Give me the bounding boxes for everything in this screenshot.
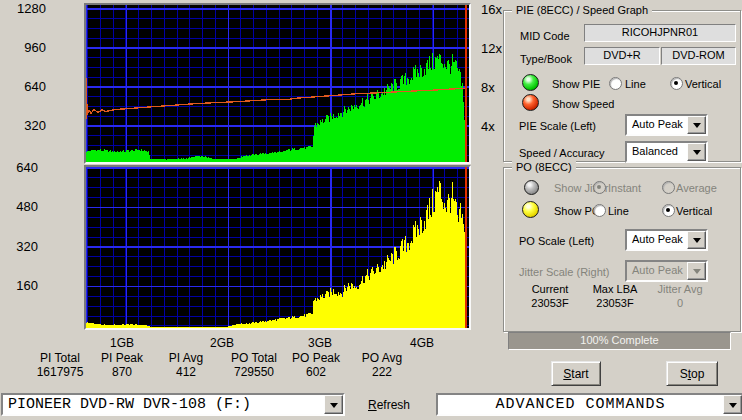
- mid-code-value-field: RICOHJPNR01: [584, 24, 736, 42]
- device-select-value: PIONEER DVD-RW DVR-108 (F:): [3, 395, 324, 414]
- advanced-commands-value: ADVANCED COMMANDS: [438, 395, 723, 414]
- advanced-commands-combo[interactable]: ADVANCED COMMANDS: [436, 393, 742, 416]
- current-value: 23053F: [514, 297, 586, 310]
- po-scale-value: Auto Peak: [627, 231, 687, 249]
- pie-line-radio-label[interactable]: Line: [625, 78, 646, 91]
- disc-quality-scan-window: 128096064032064048032016016x12x8x4x1GB2G…: [0, 0, 742, 420]
- stat-label: PO Avg: [337, 351, 427, 365]
- disc-type-field: DVD+R: [584, 47, 660, 65]
- speed-axis-tick-label: 12x: [481, 42, 502, 55]
- pie-vertical-radio-label[interactable]: Vertical: [685, 78, 721, 91]
- mid-code-label: MID Code: [520, 30, 570, 43]
- pie-scale-label: PIE Scale (Left): [519, 120, 596, 133]
- pie-scale-value: Auto Peak: [627, 116, 687, 134]
- max-lba-value: 23053F: [579, 297, 651, 310]
- jitter-instant-radio-label: Instant: [608, 182, 641, 195]
- speed-axis-tick-label: 8x: [481, 81, 495, 94]
- speed-accuracy-dropdown-button[interactable]: [687, 143, 706, 161]
- speed-accuracy-value: Balanced: [627, 143, 687, 161]
- po-group-box: PO (8ECC) Show Jitter Instant Average Sh…: [503, 167, 741, 332]
- speed-axis-tick-label: 16x: [481, 3, 502, 16]
- chevron-down-icon: [693, 238, 701, 247]
- start-button[interactable]: Start: [551, 361, 601, 386]
- speed-axis-tick-label: 4x: [481, 120, 495, 133]
- current-label: Current: [514, 283, 586, 296]
- speed-accuracy-label: Speed / Accuracy: [519, 147, 605, 160]
- jitter-led-icon: [524, 180, 539, 195]
- chevron-down-icon: [693, 123, 701, 132]
- stat-value: 222: [337, 365, 427, 379]
- pie-vertical-radio[interactable]: [670, 77, 683, 90]
- chevron-down-icon: [693, 269, 701, 278]
- jitter-scale-value: Auto Peak: [627, 262, 687, 280]
- jitter-avg-value: 0: [644, 297, 716, 310]
- chevron-down-icon: [330, 403, 338, 412]
- summary-stats-row: PI Total1617975PI Peak870PI Avg412PO Tot…: [0, 0, 480, 420]
- max-lba-label: Max LBA: [579, 283, 651, 296]
- po-led-icon: [522, 201, 539, 218]
- po-line-radio-label[interactable]: Line: [608, 205, 629, 218]
- po-vertical-radio-label[interactable]: Vertical: [676, 205, 712, 218]
- po-scale-dropdown-button[interactable]: [687, 231, 706, 249]
- chevron-down-icon: [693, 150, 701, 159]
- jitter-avg-label: Jitter Avg: [644, 283, 716, 296]
- jitter-average-radio-label: Average: [676, 182, 717, 195]
- po-scale-label: PO Scale (Left): [519, 235, 594, 248]
- show-speed-label: Show Speed: [552, 98, 614, 111]
- refresh-button[interactable]: Refresh: [358, 397, 420, 413]
- stop-button[interactable]: Stop: [666, 361, 718, 386]
- po-group-title: PO (8ECC): [512, 160, 576, 174]
- pie-scale-combo[interactable]: Auto Peak: [625, 114, 708, 136]
- scan-progress-bar: 100% Complete: [508, 332, 731, 350]
- po-vertical-radio[interactable]: [662, 204, 675, 217]
- po-scale-combo[interactable]: Auto Peak: [625, 229, 708, 251]
- type-book-label: Type/Book: [520, 53, 572, 66]
- speed-led-icon: [522, 94, 539, 111]
- pie-led-icon: [522, 74, 539, 91]
- speed-accuracy-combo[interactable]: Balanced: [625, 141, 708, 163]
- jitter-scale-label: Jitter Scale (Right): [519, 266, 609, 279]
- show-pie-label: Show PIE: [552, 78, 600, 91]
- pie-group-box: PIE (8ECC) / Speed Graph MID Code RICOHJ…: [503, 10, 741, 162]
- pie-line-radio[interactable]: [609, 77, 622, 90]
- advanced-commands-dropdown-button[interactable]: [723, 395, 742, 414]
- jitter-instant-radio: [593, 181, 606, 194]
- book-type-field: DVD-ROM: [661, 47, 736, 65]
- device-select-combo[interactable]: PIONEER DVD-RW DVR-108 (F:): [1, 393, 345, 416]
- po-line-radio[interactable]: [593, 204, 606, 217]
- pie-scale-dropdown-button[interactable]: [687, 116, 706, 134]
- pie-group-title: PIE (8ECC) / Speed Graph: [512, 3, 652, 17]
- jitter-scale-dropdown-button: [687, 262, 706, 280]
- chevron-down-icon: [729, 403, 737, 412]
- progress-text: 100% Complete: [509, 334, 730, 347]
- device-select-dropdown-button[interactable]: [324, 395, 343, 414]
- jitter-average-radio: [662, 181, 675, 194]
- jitter-scale-combo: Auto Peak: [625, 260, 708, 282]
